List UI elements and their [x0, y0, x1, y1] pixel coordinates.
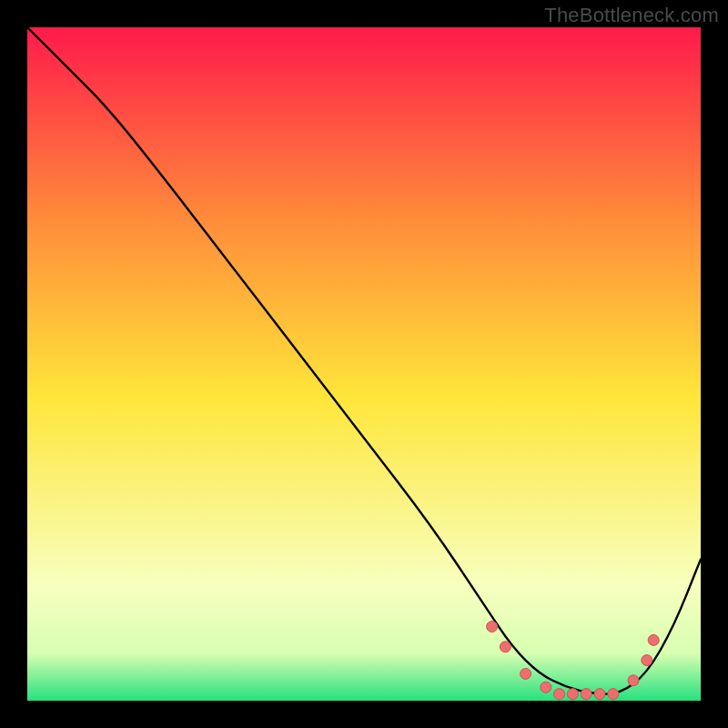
- highlight-point: [642, 655, 652, 666]
- highlight-point: [648, 634, 659, 645]
- plot-area: [27, 27, 701, 701]
- highlight-point: [567, 689, 578, 700]
- highlight-point: [608, 689, 619, 700]
- highlight-point: [554, 689, 565, 700]
- highlight-point: [487, 622, 498, 632]
- highlight-point: [594, 689, 605, 700]
- highlight-point: [541, 682, 551, 693]
- gradient-background: [27, 27, 701, 701]
- highlight-point: [500, 642, 511, 652]
- chart-frame: TheBottleneck.com: [0, 0, 728, 728]
- chart-svg: [27, 27, 701, 701]
- highlight-point: [581, 689, 592, 700]
- highlight-point: [628, 675, 639, 686]
- watermark-text: TheBottleneck.com: [544, 4, 719, 27]
- highlight-point: [521, 668, 531, 679]
